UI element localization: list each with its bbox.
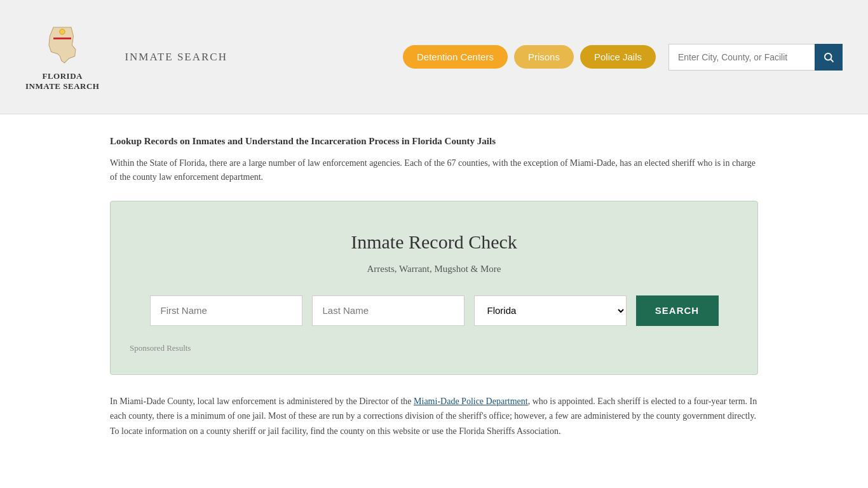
bottom-paragraph: In Miami-Dade County, local law enforcem… bbox=[110, 394, 758, 439]
miami-dade-link[interactable]: Miami-Dade Police Department bbox=[414, 396, 528, 406]
record-search-button[interactable]: SEARCH bbox=[636, 295, 719, 326]
intro-body: Within the State of Florida, there are a… bbox=[110, 156, 758, 185]
nav-area: Detention Centers Prisons Police Jails bbox=[403, 44, 843, 71]
logo-text: FLORIDA INMATE SEARCH bbox=[25, 71, 99, 91]
svg-point-2 bbox=[60, 29, 65, 34]
record-check-subtitle: Arrests, Warrant, Mugshot & More bbox=[130, 261, 738, 276]
state-select[interactable]: Florida Alabama Georgia Texas California bbox=[474, 295, 627, 326]
svg-point-3 bbox=[825, 53, 832, 60]
prisons-button[interactable]: Prisons bbox=[514, 45, 574, 69]
record-check-title: Inmate Record Check bbox=[130, 227, 738, 257]
site-title: INMATE SEARCH bbox=[125, 48, 227, 65]
florida-map-icon bbox=[40, 23, 85, 67]
detention-centers-button[interactable]: Detention Centers bbox=[403, 45, 508, 69]
main-content: Lookup Records on Inmates and Understand… bbox=[85, 114, 783, 458]
bottom-text-before-link: In Miami-Dade County, local law enforcem… bbox=[110, 396, 414, 406]
header-search-input[interactable] bbox=[668, 44, 815, 71]
inmate-search-form: Florida Alabama Georgia Texas California… bbox=[130, 295, 738, 326]
police-jails-button[interactable]: Police Jails bbox=[580, 45, 656, 69]
svg-line-4 bbox=[831, 59, 833, 62]
header-search-button[interactable] bbox=[815, 44, 843, 71]
header-search-bar bbox=[668, 44, 843, 71]
record-check-box: Inmate Record Check Arrests, Warrant, Mu… bbox=[110, 201, 758, 375]
sponsored-results-label: Sponsored Results bbox=[130, 342, 738, 355]
intro-title: Lookup Records on Inmates and Understand… bbox=[110, 133, 758, 149]
last-name-input[interactable] bbox=[312, 295, 465, 326]
logo-link[interactable]: FLORIDA INMATE SEARCH bbox=[25, 23, 99, 91]
search-icon bbox=[823, 51, 834, 63]
first-name-input[interactable] bbox=[150, 295, 302, 326]
header: FLORIDA INMATE SEARCH INMATE SEARCH Dete… bbox=[0, 0, 868, 114]
